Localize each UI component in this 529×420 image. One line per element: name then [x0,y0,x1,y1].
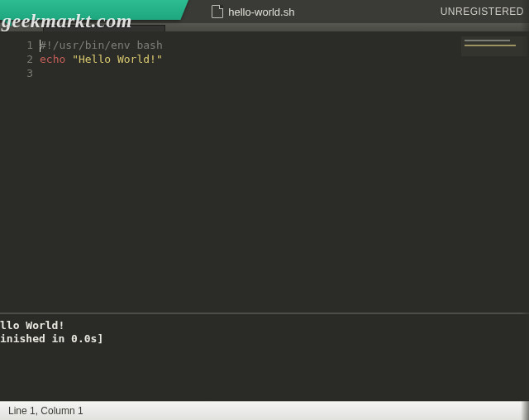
title-tab-bar: hello-world.sh UNREGISTERED [0,0,529,23]
line-number-gutter: 1 2 3 [0,31,40,314]
status-bar: Line 1, Column 1 [0,401,529,420]
line-number: 3 [0,66,33,80]
code-line: #!/usr/bin/env bash [40,38,163,52]
echo-keyword: echo [40,53,65,65]
output-line: inished in 0.0s] [0,332,529,346]
minimap-line [465,45,516,46]
registration-status: UNREGISTERED [441,6,529,17]
line-number: 2 [0,52,33,66]
shebang-comment: #!/usr/bin/env bash [40,39,163,51]
code-content[interactable]: #!/usr/bin/env bash echo "Hello World!" [40,38,163,66]
minimap[interactable] [461,36,527,56]
active-file-name: hello-world.sh [228,6,294,18]
editor-area[interactable]: 1 2 3 #!/usr/bin/env bash echo "Hello Wo… [0,31,529,314]
output-line: llo World! [0,319,529,332]
line-number: 1 [0,38,33,52]
build-output-text: llo World! inished in 0.0s] [0,314,529,346]
file-icon [212,5,223,18]
active-file-tab[interactable]: hello-world.sh [66,5,441,18]
cursor-position[interactable]: Line 1, Column 1 [8,405,83,417]
minimap-line [465,40,510,41]
code-line: echo "Hello World!" [40,52,163,66]
string-literal: "Hello World!" [72,53,163,65]
build-output-panel[interactable]: llo World! inished in 0.0s] [0,313,529,402]
